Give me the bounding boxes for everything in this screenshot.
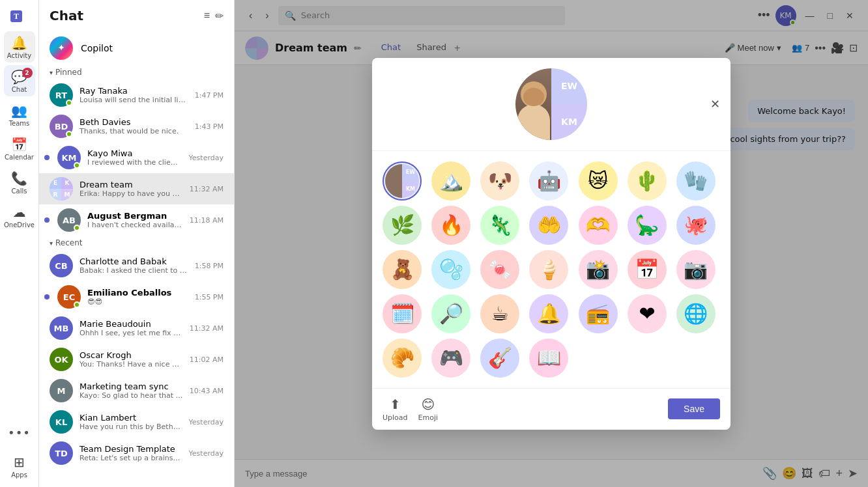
chat-item-august[interactable]: AB August Bergman I haven't checked avai… <box>39 204 234 236</box>
chat-time-marie: 11:32 AM <box>190 324 224 333</box>
modal-overlay[interactable]: EW KM ✕ EW <box>235 0 868 487</box>
rail-item-apps[interactable]: ⊞ Apps <box>4 451 35 482</box>
sticker-16[interactable]: 🍬 <box>480 250 519 289</box>
sticker-12[interactable]: 🦕 <box>628 206 667 245</box>
recent-section-label[interactable]: Recent <box>39 236 234 250</box>
chat-time-august: 11:18 AM <box>190 216 224 225</box>
rail-item-onedrive[interactable]: ☁ OneDrive <box>4 201 35 232</box>
unread-indicator-august <box>44 217 50 223</box>
chat-item-oscar[interactable]: OK Oscar Krogh You: Thanks! Have a nice … <box>39 344 234 375</box>
sticker-4[interactable]: 😿 <box>579 161 618 201</box>
sticker-20[interactable]: 📷 <box>676 250 716 289</box>
sticker-11[interactable]: 🫶 <box>579 206 618 245</box>
chat-time-charlotte: 1:58 PM <box>195 262 224 270</box>
sticker-17[interactable]: 🍦 <box>529 250 568 289</box>
sticker-3[interactable]: 🤖 <box>529 161 568 201</box>
chat-item-teamdesign[interactable]: TD Team Design Template Reta: Let's set … <box>39 438 234 469</box>
upload-action[interactable]: ⬆ Upload <box>383 397 408 422</box>
sticker-25[interactable]: 📻 <box>579 294 618 333</box>
ms-teams-logo[interactable]: T <box>9 5 30 26</box>
sticker-27[interactable]: 🌐 <box>676 294 716 333</box>
rail-item-calls[interactable]: 📞 Calls <box>4 167 35 198</box>
chat-preview-oscar: You: Thanks! Have a nice day, I... <box>80 360 183 369</box>
chat-item-kayo[interactable]: KM Kayo Miwa I reviewed with the client … <box>39 142 234 173</box>
avatar-teamdesign: TD <box>50 441 73 465</box>
chat-info-dream: Dream team Erika: Happy to have you back… <box>80 180 183 198</box>
sticker-6[interactable]: 🧤 <box>676 161 716 201</box>
sticker-24[interactable]: 🔔 <box>529 294 568 333</box>
sticker-22[interactable]: 🔎 <box>431 294 470 333</box>
emoji-action[interactable]: 😊 Emoji <box>418 397 439 422</box>
sticker-21[interactable]: 🗓️ <box>383 294 422 333</box>
sticker-18[interactable]: 📸 <box>579 250 618 289</box>
copilot-item[interactable]: ✦ Copilot <box>39 31 234 65</box>
sticker-2[interactable]: 🐶 <box>480 161 519 201</box>
chat-info-ray: Ray Tanaka Louisa will send the initial … <box>80 86 188 104</box>
chat-name-august: August Bergman <box>87 211 183 221</box>
avatar-august: AB <box>57 208 81 232</box>
new-chat-button[interactable]: ✏ <box>215 10 224 22</box>
chat-item-beth[interactable]: BD Beth Davies Thanks, that would be nic… <box>39 111 234 142</box>
sticker-5[interactable]: 🌵 <box>628 161 667 201</box>
chat-time-teamdesign: Yesterday <box>189 449 224 458</box>
rail-item-teams[interactable]: 👥 Teams <box>4 99 35 130</box>
copilot-name: Copilot <box>81 43 113 53</box>
rail-item-activity[interactable]: 🔔 Activity <box>4 31 35 63</box>
chat-info-emiliano: Emiliano Ceballos 😎😎 <box>87 288 188 306</box>
sticker-9[interactable]: 🦎 <box>480 206 519 245</box>
sticker-31[interactable]: 📖 <box>529 339 568 378</box>
chat-item-emiliano[interactable]: EC Emiliano Ceballos 😎😎 1:55 PM <box>39 281 234 313</box>
svg-text:✦: ✦ <box>57 42 65 53</box>
left-rail: T 🔔 Activity 2 💬 Chat 👥 Teams 📅 Calendar… <box>0 0 39 487</box>
rail-item-chat[interactable]: 2 💬 Chat <box>4 65 35 96</box>
rail-item-calendar[interactable]: 📅 Calendar <box>4 133 35 164</box>
emoji-label: Emoji <box>418 413 439 422</box>
chat-preview-charlotte: Babak: I asked the client to send... <box>80 266 188 275</box>
pinned-section-label[interactable]: Pinned <box>39 65 234 79</box>
chat-time-beth: 1:43 PM <box>195 122 224 131</box>
sticker-26[interactable]: ❤️ <box>628 294 667 333</box>
sticker-14[interactable]: 🧸 <box>383 250 422 289</box>
sticker-15[interactable]: 🫧 <box>431 250 470 289</box>
modal-group-avatar: EW KM <box>515 68 587 140</box>
sticker-29[interactable]: 🎮 <box>431 339 470 378</box>
avatar-charlotte: CB <box>50 254 73 277</box>
save-button[interactable]: Save <box>668 398 720 419</box>
sticker-7[interactable]: 🌿 <box>383 206 422 245</box>
emoji-picker-icon: 😊 <box>421 397 435 412</box>
more-dots-icon: ••• <box>8 426 31 439</box>
sticker-23[interactable]: ☕ <box>480 294 519 333</box>
sticker-8[interactable]: 🔥 <box>431 206 470 245</box>
sticker-30[interactable]: 🎸 <box>480 339 519 378</box>
sticker-19[interactable]: 📅 <box>628 250 667 289</box>
chat-name-teamdesign: Team Design Template <box>80 444 182 454</box>
chat-preview-emiliano: 😎😎 <box>87 298 188 306</box>
rail-item-more[interactable]: ••• <box>4 417 35 448</box>
copilot-avatar: ✦ <box>50 36 73 60</box>
chat-name-beth: Beth Davies <box>80 117 188 127</box>
unread-indicator-kayo <box>44 155 50 160</box>
sticker-group[interactable]: EW KM <box>383 161 422 201</box>
sticker-1[interactable]: 🏔️ <box>431 161 470 201</box>
avatar-ray: RT <box>50 83 73 107</box>
chat-item-charlotte[interactable]: CB Charlotte and Babak Babak: I asked th… <box>39 250 234 281</box>
sticker-28[interactable]: 🥐 <box>383 339 422 378</box>
chat-time-ray: 1:47 PM <box>195 91 224 100</box>
main-content: ‹ › 🔍 Search ••• KM — □ ✕ Dream te <box>235 0 868 487</box>
avatar-emiliano: EC <box>57 285 81 309</box>
filter-button[interactable]: ≡ <box>204 10 210 22</box>
chat-time-kayo: Yesterday <box>189 154 224 162</box>
chat-info-kian: Kian Lambert Have you run this by Beth? … <box>80 413 182 431</box>
chat-info-august: August Bergman I haven't checked availab… <box>87 211 183 229</box>
chat-item-marie[interactable]: MB Marie Beaudouin Ohhh I see, yes let m… <box>39 313 234 344</box>
sticker-13[interactable]: 🐙 <box>676 206 716 245</box>
chat-item-dream[interactable]: E K R M Dream team Erika: Happy to have … <box>39 173 234 204</box>
chat-item-kian[interactable]: KL Kian Lambert Have you run this by Bet… <box>39 406 234 438</box>
teams-label: Teams <box>9 120 30 127</box>
sticker-10[interactable]: 🤲 <box>529 206 568 245</box>
chat-preview-marie: Ohhh I see, yes let me fix that! <box>80 329 183 337</box>
onedrive-label: OneDrive <box>4 221 35 229</box>
modal-close-button[interactable]: ✕ <box>710 97 720 111</box>
chat-item-ray[interactable]: RT Ray Tanaka Louisa will send the initi… <box>39 79 234 111</box>
chat-item-marketing[interactable]: M Marketing team sync Kayo: So glad to h… <box>39 375 234 406</box>
